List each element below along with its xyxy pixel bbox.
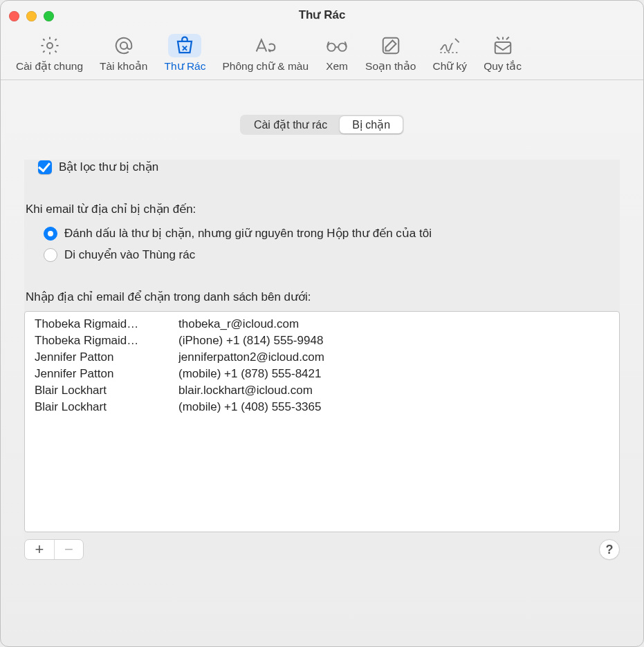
contact-value: (mobile) +1 (408) 555-3365 <box>178 400 609 414</box>
blocked-panel: Bật lọc thư bị chặn Khi email từ địa chỉ… <box>24 160 620 560</box>
window-title: Thư Rác <box>1 8 643 22</box>
when-blocked-header: Khi email từ địa chỉ bị chặn đến: <box>24 202 620 216</box>
enable-blocked-filter-checkbox[interactable] <box>38 160 52 174</box>
contact-name: Thobeka Rigmaid… <box>35 317 166 331</box>
contact-value: jenniferpatton2@icloud.com <box>178 350 609 364</box>
contact-name: Blair Lockhart <box>35 384 166 397</box>
gear-icon <box>38 34 62 57</box>
tab-label: Phông chữ & màu <box>222 60 309 73</box>
blocked-list-header: Nhập địa chỉ email để chặn trong danh sá… <box>24 290 620 304</box>
radio-mark-keep-row[interactable]: Đánh dấu là thư bị chặn, nhưng giữ nguyê… <box>44 226 620 241</box>
svg-point-2 <box>327 44 335 51</box>
segment-blocked[interactable]: Bị chặn <box>340 116 403 133</box>
svg-rect-5 <box>495 42 510 53</box>
tab-label: Soạn thảo <box>365 60 416 73</box>
list-item[interactable]: Jennifer Patton (mobile) +1 (878) 555-84… <box>32 366 612 382</box>
preferences-toolbar: Cài đặt chung Tài khoản Thư Rác <box>1 28 643 80</box>
tab-junk[interactable]: Thư Rác <box>156 31 214 75</box>
rules-icon <box>491 34 515 57</box>
radio-move-trash[interactable] <box>44 248 57 262</box>
blocked-senders-list[interactable]: Thobeka Rigmaid… thobeka_r@icloud.com Th… <box>24 311 620 532</box>
help-button[interactable]: ? <box>599 539 620 560</box>
tab-viewing[interactable]: Xem <box>317 31 357 75</box>
tab-label: Chữ ký <box>433 60 468 73</box>
tab-composing[interactable]: Soạn thảo <box>357 31 424 75</box>
enable-blocked-filter-row[interactable]: Bật lọc thư bị chặn <box>24 160 620 174</box>
tab-rules[interactable]: Quy tắc <box>475 31 530 75</box>
svg-point-0 <box>47 43 53 48</box>
list-footer: + − ? <box>24 539 620 560</box>
content-pane: Cài đặt thư rác Bị chặn Bật lọc thư bị c… <box>1 80 643 574</box>
remove-button[interactable]: − <box>54 540 83 559</box>
tab-label: Tài khoản <box>100 60 147 73</box>
list-item[interactable]: Blair Lockhart blair.lockhart@icloud.com <box>32 382 612 399</box>
glasses-icon <box>325 34 349 57</box>
tab-signatures[interactable]: Chữ ký <box>425 31 476 75</box>
contact-value: (iPhone) +1 (814) 555-9948 <box>178 334 609 348</box>
signature-icon <box>438 34 461 57</box>
radio-mark-keep[interactable] <box>44 227 57 241</box>
contact-name: Jennifer Patton <box>35 367 166 381</box>
tab-accounts[interactable]: Tài khoản <box>91 31 156 75</box>
contact-value: (mobile) +1 (878) 555-8421 <box>178 367 609 381</box>
tab-label: Thư Rác <box>164 60 205 73</box>
junk-mail-icon <box>168 34 201 57</box>
help-icon: ? <box>606 543 614 557</box>
radio-move-trash-row[interactable]: Di chuyển vào Thùng rác <box>44 247 620 262</box>
tab-fonts[interactable]: Phông chữ & màu <box>214 31 317 75</box>
add-button[interactable]: + <box>25 540 54 559</box>
tab-label: Quy tắc <box>484 60 522 73</box>
segmented-control: Cài đặt thư rác Bị chặn <box>240 115 404 135</box>
enable-blocked-filter-label: Bật lọc thư bị chặn <box>59 160 158 174</box>
when-blocked-radio-group: Đánh dấu là thư bị chặn, nhưng giữ nguyê… <box>24 226 620 262</box>
contact-name: Jennifer Patton <box>35 350 166 364</box>
contact-name: Blair Lockhart <box>35 400 166 414</box>
svg-point-1 <box>120 42 127 49</box>
titlebar: Thư Rác <box>1 1 643 28</box>
radio-move-trash-label: Di chuyển vào Thùng rác <box>64 247 195 262</box>
contact-value: blair.lockhart@icloud.com <box>178 384 609 397</box>
compose-icon <box>379 34 403 57</box>
minus-icon: − <box>64 541 73 559</box>
list-item[interactable]: Blair Lockhart (mobile) +1 (408) 555-336… <box>32 399 612 415</box>
radio-mark-keep-label: Đánh dấu là thư bị chặn, nhưng giữ nguyê… <box>64 226 432 241</box>
contact-name: Thobeka Rigmaid… <box>35 334 166 348</box>
segment-junk-settings[interactable]: Cài đặt thư rác <box>241 116 340 133</box>
list-item[interactable]: Thobeka Rigmaid… (iPhone) +1 (814) 555-9… <box>32 332 612 349</box>
fonts-icon <box>254 34 277 57</box>
plus-icon: + <box>35 541 44 559</box>
add-remove-group: + − <box>24 539 84 560</box>
tab-label: Cài đặt chung <box>16 60 83 73</box>
svg-point-3 <box>338 44 346 51</box>
preferences-window: Thư Rác Cài đặt chung Tài khoản <box>0 0 644 647</box>
contact-value: thobeka_r@icloud.com <box>178 317 609 331</box>
list-item[interactable]: Jennifer Patton jenniferpatton2@icloud.c… <box>32 349 612 366</box>
tab-general[interactable]: Cài đặt chung <box>8 31 91 75</box>
at-icon <box>112 34 136 57</box>
list-item[interactable]: Thobeka Rigmaid… thobeka_r@icloud.com <box>32 316 612 332</box>
tab-label: Xem <box>326 60 348 73</box>
segmented-control-wrap: Cài đặt thư rác Bị chặn <box>24 115 620 135</box>
